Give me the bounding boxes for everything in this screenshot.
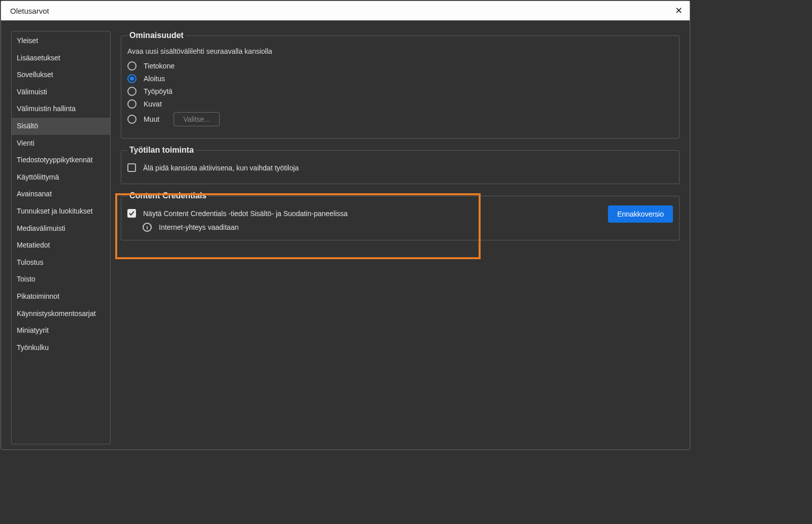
select-folder-button[interactable]: Valitse...: [174, 112, 220, 126]
radio-label: Aloitus: [144, 75, 165, 83]
sidebar-item-startup-scripts[interactable]: Käynnistyskomentosarjat: [12, 305, 110, 323]
sidebar-item-playback[interactable]: Toisto: [12, 271, 110, 288]
content-credentials-group: Content Credentials Näytä Content Creden…: [121, 191, 680, 240]
main-panel: Ominaisuudet Avaa uusi sisältövälilehti …: [121, 31, 685, 444]
info-icon: i: [143, 223, 152, 232]
radio-computer[interactable]: Tietokone: [127, 61, 673, 71]
sidebar-item-workflow[interactable]: Työnkulku: [12, 339, 110, 357]
radio-home[interactable]: Aloitus: [127, 74, 673, 83]
properties-subtitle: Avaa uusi sisältövälilehti seuraavalla k…: [127, 47, 673, 55]
radio-icon: [127, 99, 137, 109]
sidebar-item-file-type-associations[interactable]: Tiedostotyyppikytkennät: [12, 152, 110, 169]
dialog-body: Yleiset Lisäasetukset Sovellukset Välimu…: [1, 21, 690, 449]
radio-pictures[interactable]: Kuvat: [127, 99, 673, 109]
radio-label: Työpöytä: [144, 87, 173, 95]
sidebar-item-export[interactable]: Vienti: [12, 135, 110, 152]
sidebar-item-content[interactable]: Sisältö: [12, 118, 110, 135]
radio-label: Kuvat: [144, 100, 162, 108]
sidebar-item-quick-actions[interactable]: Pikatoiminnot: [12, 288, 110, 305]
sidebar-item-thumbnails[interactable]: Miniatyyrit: [12, 322, 110, 339]
dialog-title: Oletusarvot: [10, 7, 49, 15]
sidebar-item-general[interactable]: Yleiset: [12, 32, 110, 50]
radio-label: Tietokone: [144, 62, 175, 70]
sidebar-item-labels[interactable]: Tunnukset ja luokitukset: [12, 203, 110, 220]
radio-icon: [127, 61, 137, 71]
radio-icon: [127, 74, 137, 83]
radio-label: Muut: [144, 115, 159, 123]
content-credentials-checkbox-row[interactable]: Näytä Content Credentials -tiedot Sisält…: [127, 209, 598, 218]
sidebar: Yleiset Lisäasetukset Sovellukset Välimu…: [11, 31, 111, 444]
sidebar-item-metadata[interactable]: Metatiedot: [12, 237, 110, 254]
preferences-dialog: Oletusarvot ✕ Yleiset Lisäasetukset Sove…: [1, 1, 690, 450]
content-credentials-legend: Content Credentials: [127, 191, 209, 200]
checkbox-label: Älä pidä kansiota aktiivisena, kun vaihd…: [143, 164, 299, 172]
checkbox-label: Näytä Content Credentials -tiedot Sisält…: [143, 209, 348, 218]
close-icon[interactable]: ✕: [675, 6, 683, 15]
workspace-checkbox-row[interactable]: Älä pidä kansiota aktiivisena, kun vaihd…: [127, 163, 673, 172]
titlebar: Oletusarvot ✕: [1, 1, 690, 21]
workspace-group: Työtilan toiminta Älä pidä kansiota akti…: [121, 146, 680, 184]
radio-icon: [127, 87, 137, 96]
sidebar-item-cache-management[interactable]: Välimuistin hallinta: [12, 100, 110, 118]
checkbox-icon: [127, 209, 136, 218]
info-row: i Internet-yhteys vaaditaan: [143, 223, 598, 232]
sidebar-item-advanced[interactable]: Lisäasetukset: [12, 50, 110, 67]
radio-other[interactable]: Muut Valitse...: [127, 112, 673, 126]
workspace-legend: Työtilan toiminta: [127, 146, 196, 155]
sidebar-item-interface[interactable]: Käyttöliittymä: [12, 169, 110, 186]
radio-desktop[interactable]: Työpöytä: [127, 87, 673, 96]
sidebar-item-applications[interactable]: Sovellukset: [12, 66, 110, 84]
sidebar-item-cache[interactable]: Välimuisti: [12, 84, 110, 101]
sidebar-item-output[interactable]: Tulostus: [12, 254, 110, 271]
properties-group: Ominaisuudet Avaa uusi sisältövälilehti …: [121, 31, 680, 138]
info-text: Internet-yhteys vaaditaan: [159, 223, 239, 231]
preview-button[interactable]: Ennakkoversio: [608, 205, 673, 223]
sidebar-item-media-cache[interactable]: Mediavälimuisti: [12, 220, 110, 237]
sidebar-item-keywords[interactable]: Avainsanat: [12, 186, 110, 203]
properties-legend: Ominaisuudet: [127, 31, 186, 40]
radio-icon: [127, 115, 137, 124]
checkbox-icon: [127, 163, 136, 172]
